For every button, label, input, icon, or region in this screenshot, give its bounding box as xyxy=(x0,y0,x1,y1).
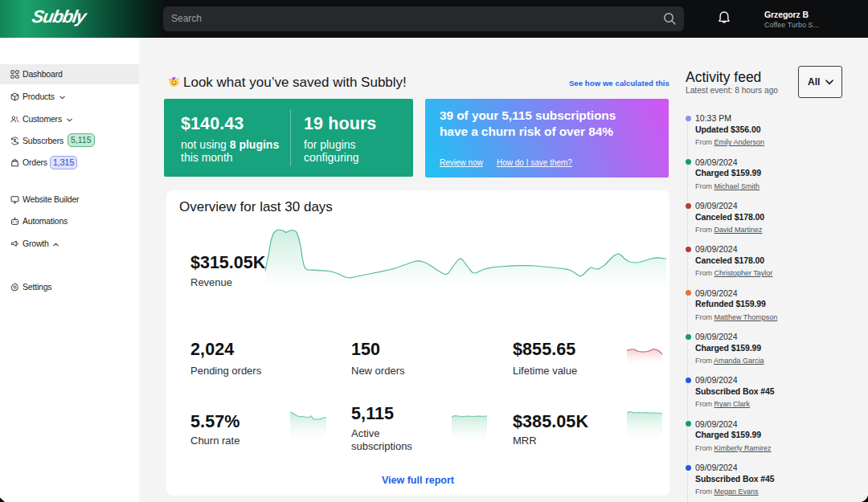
svg-text:$: $ xyxy=(14,138,16,143)
